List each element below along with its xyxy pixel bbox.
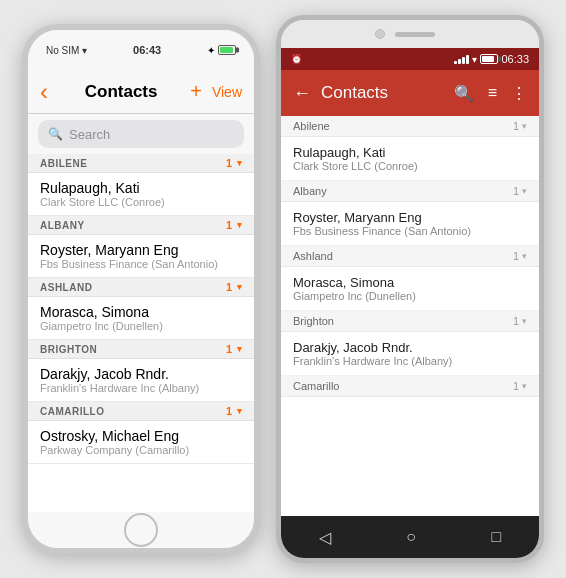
android-contact-name: Rulapaugh, Kati [293, 145, 527, 160]
ios-contact-company: Franklin's Hardware Inc (Albany) [40, 382, 242, 394]
android-status-right: ▾ 06:33 [454, 53, 529, 65]
ios-home-bar [28, 512, 254, 548]
android-contact-item[interactable]: Royster, Maryann Eng Fbs Business Financ… [281, 202, 539, 246]
ios-back-button[interactable]: ‹ [40, 80, 48, 104]
ios-contact-item[interactable]: Rulapaugh, Kati Clark Store LLC (Conroe) [28, 173, 254, 216]
ios-section-header: ALBANY 1 ▾ [28, 216, 254, 235]
android-recent-nav-button[interactable]: □ [492, 528, 502, 546]
android-section-header: Brighton 1 ▾ [281, 311, 539, 332]
android-contact-company: Franklin's Hardware Inc (Albany) [293, 355, 527, 367]
phones-container: No SIM ▾ 06:43 ✦ ‹ Contacts + View 🔍 [6, 0, 560, 578]
ios-contact-item[interactable]: Darakjy, Jacob Rndr. Franklin's Hardware… [28, 359, 254, 402]
android-contact-name: Darakjy, Jacob Rndr. [293, 340, 527, 355]
ios-time: 06:43 [133, 44, 161, 56]
ios-contact-item[interactable]: Royster, Maryann Eng Fbs Business Financ… [28, 235, 254, 278]
chevron-down-icon: ▾ [522, 121, 527, 131]
android-search-icon[interactable]: 🔍 [454, 84, 474, 103]
android-section-name: Brighton [293, 315, 334, 327]
chevron-down-icon: ▾ [237, 406, 243, 416]
ios-contact-name: Rulapaugh, Kati [40, 180, 242, 196]
android-speaker [395, 32, 435, 37]
android-more-icon[interactable]: ⋮ [511, 84, 527, 103]
ios-contacts-list: ABILENE 1 ▾ Rulapaugh, Kati Clark Store … [28, 154, 254, 512]
android-contact-company: Fbs Business Finance (San Antonio) [293, 225, 527, 237]
ios-section-count: 1 ▾ [226, 157, 242, 169]
search-icon: 🔍 [48, 127, 63, 141]
ios-section-header: BRIGHTON 1 ▾ [28, 340, 254, 359]
ios-section-header: ABILENE 1 ▾ [28, 154, 254, 173]
android-filter-icon[interactable]: ≡ [488, 84, 497, 102]
ios-search-input[interactable]: 🔍 Search [38, 120, 244, 148]
ios-contact-company: Fbs Business Finance (San Antonio) [40, 258, 242, 270]
android-section-count: 1 ▾ [513, 250, 527, 262]
android-section-count: 1 ▾ [513, 120, 527, 132]
android-nav-bar: ◁ ○ □ [281, 516, 539, 558]
ios-status-bar: No SIM ▾ 06:43 ✦ [28, 30, 254, 70]
android-alarm-icon: ⏰ [291, 54, 302, 64]
android-toolbar: ← Contacts 🔍 ≡ ⋮ [281, 70, 539, 116]
android-section-count: 1 ▾ [513, 380, 527, 392]
ios-search-placeholder: Search [69, 127, 110, 142]
chevron-down-icon: ▾ [522, 381, 527, 391]
android-section-name: Abilene [293, 120, 330, 132]
android-toolbar-actions: 🔍 ≡ ⋮ [454, 84, 527, 103]
ios-wifi-icon: ▾ [82, 45, 87, 56]
android-status-icons: ⏰ [291, 54, 302, 64]
chevron-down-icon: ▾ [522, 316, 527, 326]
android-section-count: 1 ▾ [513, 315, 527, 327]
ios-contact-company: Giampetro Inc (Dunellen) [40, 320, 242, 332]
chevron-down-icon: ▾ [237, 282, 243, 292]
android-section-count: 1 ▾ [513, 185, 527, 197]
android-section-name: Albany [293, 185, 327, 197]
ios-section-header: ASHLAND 1 ▾ [28, 278, 254, 297]
ios-section-count: 1 ▾ [226, 219, 242, 231]
android-contact-item[interactable]: Darakjy, Jacob Rndr. Franklin's Hardware… [281, 332, 539, 376]
android-contacts-list: Abilene 1 ▾ Rulapaugh, Kati Clark Store … [281, 116, 539, 516]
ios-bluetooth-icon: ✦ [207, 45, 215, 56]
android-section-header: Abilene 1 ▾ [281, 116, 539, 137]
ios-section-header: CAMARILLO 1 ▾ [28, 402, 254, 421]
chevron-down-icon: ▾ [237, 158, 243, 168]
android-section-name: Camarillo [293, 380, 339, 392]
android-contact-item[interactable]: Morasca, Simona Giampetro Inc (Dunellen) [281, 267, 539, 311]
ios-section-name: ALBANY [40, 220, 85, 231]
ios-contact-item[interactable]: Ostrosky, Michael Eng Parkway Company (C… [28, 421, 254, 464]
android-signal-icon [454, 54, 469, 64]
android-status-bar: ⏰ ▾ 06:33 [281, 48, 539, 70]
android-device: ⏰ ▾ 06:33 ← Contacts 🔍 [276, 15, 544, 563]
ios-nav-actions: + View [190, 80, 242, 103]
ios-contact-company: Parkway Company (Camarillo) [40, 444, 242, 456]
chevron-down-icon: ▾ [522, 251, 527, 261]
android-back-button[interactable]: ← [293, 83, 311, 104]
ios-contact-name: Ostrosky, Michael Eng [40, 428, 242, 444]
chevron-down-icon: ▾ [237, 220, 243, 230]
android-time: 06:33 [501, 53, 529, 65]
ios-add-button[interactable]: + [190, 80, 202, 103]
chevron-down-icon: ▾ [522, 186, 527, 196]
android-home-nav-button[interactable]: ○ [406, 528, 416, 546]
android-back-nav-button[interactable]: ◁ [319, 528, 331, 547]
ios-battery-area: ✦ [207, 45, 236, 56]
android-camera [375, 29, 385, 39]
ios-section-count: 1 ▾ [226, 405, 242, 417]
android-contact-name: Morasca, Simona [293, 275, 527, 290]
ios-battery-icon [218, 45, 236, 55]
android-section-header: Albany 1 ▾ [281, 181, 539, 202]
ios-nav-title: Contacts [52, 82, 190, 102]
android-battery-icon [480, 54, 498, 64]
ios-section-name: BRIGHTON [40, 344, 97, 355]
ios-contact-company: Clark Store LLC (Conroe) [40, 196, 242, 208]
ios-view-button[interactable]: View [212, 84, 242, 100]
android-section-header: Ashland 1 ▾ [281, 246, 539, 267]
ios-search-bar: 🔍 Search [28, 114, 254, 154]
android-top-bar [281, 20, 539, 48]
android-section-name: Ashland [293, 250, 333, 262]
ios-section-count: 1 ▾ [226, 343, 242, 355]
android-contact-item[interactable]: Rulapaugh, Kati Clark Store LLC (Conroe) [281, 137, 539, 181]
ios-contact-item[interactable]: Morasca, Simona Giampetro Inc (Dunellen) [28, 297, 254, 340]
android-toolbar-title: Contacts [321, 83, 444, 103]
ios-home-button[interactable] [124, 513, 158, 547]
ios-section-name: ABILENE [40, 158, 87, 169]
ios-nav-bar: ‹ Contacts + View [28, 70, 254, 114]
android-wifi-icon: ▾ [472, 54, 477, 65]
